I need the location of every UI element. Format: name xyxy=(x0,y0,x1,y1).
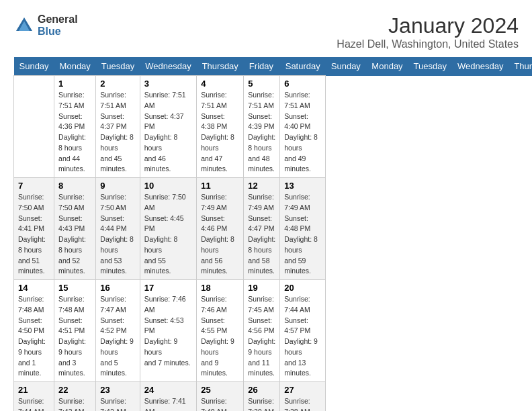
day-info: Sunrise: 7:48 AMSunset: 4:51 PMDaylight:… xyxy=(58,294,91,379)
day-info: Sunrise: 7:50 AMSunset: 4:45 PMDaylight:… xyxy=(144,192,192,277)
day-number: 6 xyxy=(284,79,321,89)
day-info: Sunrise: 7:50 AMSunset: 4:43 PMDaylight:… xyxy=(58,192,91,277)
calendar-cell: 26Sunrise: 7:39 AMSunset: 5:06 PMDayligh… xyxy=(244,382,280,412)
calendar-cell: 2Sunrise: 7:51 AMSunset: 4:37 PMDaylight… xyxy=(96,76,140,178)
day-number: 3 xyxy=(144,79,192,89)
page-header: General Blue January 2024 Hazel Dell, Wa… xyxy=(13,13,519,50)
calendar-cell xyxy=(14,76,54,178)
day-info: Sunrise: 7:49 AMSunset: 4:47 PMDaylight:… xyxy=(248,192,275,277)
week-row-4: 21Sunrise: 7:44 AMSunset: 4:59 PMDayligh… xyxy=(14,382,533,412)
day-number: 27 xyxy=(284,385,321,395)
calendar-cell: 6Sunrise: 7:51 AMSunset: 4:40 PMDaylight… xyxy=(280,76,326,178)
day-number: 24 xyxy=(144,385,192,395)
day-info: Sunrise: 7:51 AMSunset: 4:37 PMDaylight:… xyxy=(100,90,135,175)
calendar-cell: 17Sunrise: 7:46 AMSunset: 4:53 PMDayligh… xyxy=(140,280,196,382)
day-info: Sunrise: 7:51 AMSunset: 4:39 PMDaylight:… xyxy=(248,90,275,175)
calendar-cell: 4Sunrise: 7:51 AMSunset: 4:38 PMDaylight… xyxy=(197,76,244,178)
day-info: Sunrise: 7:49 AMSunset: 4:46 PMDaylight:… xyxy=(201,192,239,277)
day-info: Sunrise: 7:51 AMSunset: 4:40 PMDaylight:… xyxy=(284,90,321,175)
calendar-cell: 25Sunrise: 7:40 AMSunset: 5:04 PMDayligh… xyxy=(197,382,244,412)
day-of-week-saturday: Saturday xyxy=(280,57,326,76)
calendar-cell: 27Sunrise: 7:38 AMSunset: 5:07 PMDayligh… xyxy=(280,382,326,412)
day-number: 2 xyxy=(100,79,135,89)
calendar-cell: 12Sunrise: 7:49 AMSunset: 4:47 PMDayligh… xyxy=(244,178,280,280)
col-header-wednesday: Wednesday xyxy=(452,57,508,76)
week-row-2: 7Sunrise: 7:50 AMSunset: 4:41 PMDaylight… xyxy=(14,178,533,280)
day-info: Sunrise: 7:42 AMSunset: 5:02 PMDaylight:… xyxy=(100,396,135,411)
day-number: 8 xyxy=(58,181,91,191)
calendar-cell: 9Sunrise: 7:50 AMSunset: 4:44 PMDaylight… xyxy=(96,178,140,280)
day-number: 19 xyxy=(248,283,275,293)
day-info: Sunrise: 7:40 AMSunset: 5:04 PMDaylight:… xyxy=(201,396,239,411)
day-number: 23 xyxy=(100,385,135,395)
day-info: Sunrise: 7:49 AMSunset: 4:48 PMDaylight:… xyxy=(284,192,321,277)
day-number: 1 xyxy=(58,79,91,89)
logo-blue: Blue xyxy=(38,26,78,38)
day-info: Sunrise: 7:50 AMSunset: 4:41 PMDaylight:… xyxy=(18,192,50,277)
day-number: 12 xyxy=(248,181,275,191)
day-number: 22 xyxy=(58,385,91,395)
day-info: Sunrise: 7:51 AMSunset: 4:38 PMDaylight:… xyxy=(201,90,239,175)
col-header-thursday: Thursday xyxy=(508,57,532,76)
day-number: 11 xyxy=(201,181,239,191)
col-header-monday: Monday xyxy=(366,57,408,76)
week-row-1: 1Sunrise: 7:51 AMSunset: 4:36 PMDaylight… xyxy=(14,76,533,178)
day-info: Sunrise: 7:46 AMSunset: 4:53 PMDaylight:… xyxy=(144,294,192,368)
day-of-week-tuesday: Tuesday xyxy=(96,57,140,76)
calendar-cell: 20Sunrise: 7:44 AMSunset: 4:57 PMDayligh… xyxy=(280,280,326,382)
day-number: 25 xyxy=(201,385,239,395)
day-number: 9 xyxy=(100,181,135,191)
day-of-week-thursday: Thursday xyxy=(197,57,244,76)
month-title: January 2024 xyxy=(337,13,519,38)
logo: General Blue xyxy=(13,13,78,37)
col-header-tuesday: Tuesday xyxy=(408,57,452,76)
day-info: Sunrise: 7:41 AMSunset: 5:03 PMDaylight:… xyxy=(144,396,192,411)
calendar-cell: 18Sunrise: 7:46 AMSunset: 4:55 PMDayligh… xyxy=(197,280,244,382)
calendar-cell: 19Sunrise: 7:45 AMSunset: 4:56 PMDayligh… xyxy=(244,280,280,382)
calendar-cell: 23Sunrise: 7:42 AMSunset: 5:02 PMDayligh… xyxy=(96,382,140,412)
day-number: 17 xyxy=(144,283,192,293)
calendar-cell: 5Sunrise: 7:51 AMSunset: 4:39 PMDaylight… xyxy=(244,76,280,178)
day-of-week-monday: Monday xyxy=(54,57,96,76)
calendar-cell: 16Sunrise: 7:47 AMSunset: 4:52 PMDayligh… xyxy=(96,280,140,382)
logo-text: General Blue xyxy=(38,13,78,37)
day-info: Sunrise: 7:51 AMSunset: 4:37 PMDaylight:… xyxy=(144,90,192,175)
day-info: Sunrise: 7:50 AMSunset: 4:44 PMDaylight:… xyxy=(100,192,135,277)
day-number: 26 xyxy=(248,385,275,395)
calendar-cell: 10Sunrise: 7:50 AMSunset: 4:45 PMDayligh… xyxy=(140,178,196,280)
logo-general: General xyxy=(38,13,78,26)
title-block: January 2024 Hazel Dell, Washington, Uni… xyxy=(337,13,519,50)
day-number: 21 xyxy=(18,385,50,395)
calendar-table: SundayMondayTuesdayWednesdayThursdayFrid… xyxy=(13,57,532,411)
day-of-week-wednesday: Wednesday xyxy=(140,57,196,76)
calendar-cell: 22Sunrise: 7:43 AMSunset: 5:00 PMDayligh… xyxy=(54,382,96,412)
week-row-3: 14Sunrise: 7:48 AMSunset: 4:50 PMDayligh… xyxy=(14,280,533,382)
day-info: Sunrise: 7:43 AMSunset: 5:00 PMDaylight:… xyxy=(58,396,91,411)
day-number: 14 xyxy=(18,283,50,293)
col-header-sunday: Sunday xyxy=(326,57,367,76)
day-number: 15 xyxy=(58,283,91,293)
day-info: Sunrise: 7:39 AMSunset: 5:06 PMDaylight:… xyxy=(248,396,275,411)
day-number: 4 xyxy=(201,79,239,89)
day-number: 10 xyxy=(144,181,192,191)
calendar-cell: 1Sunrise: 7:51 AMSunset: 4:36 PMDaylight… xyxy=(54,76,96,178)
calendar-header-row: SundayMondayTuesdayWednesdayThursdayFrid… xyxy=(14,57,533,76)
day-info: Sunrise: 7:51 AMSunset: 4:36 PMDaylight:… xyxy=(58,90,91,175)
day-info: Sunrise: 7:47 AMSunset: 4:52 PMDaylight:… xyxy=(100,294,135,379)
calendar-cell: 11Sunrise: 7:49 AMSunset: 4:46 PMDayligh… xyxy=(197,178,244,280)
calendar-cell: 24Sunrise: 7:41 AMSunset: 5:03 PMDayligh… xyxy=(140,382,196,412)
calendar-cell: 21Sunrise: 7:44 AMSunset: 4:59 PMDayligh… xyxy=(14,382,54,412)
day-info: Sunrise: 7:44 AMSunset: 4:57 PMDaylight:… xyxy=(284,294,321,379)
day-info: Sunrise: 7:46 AMSunset: 4:55 PMDaylight:… xyxy=(201,294,239,379)
calendar-cell: 15Sunrise: 7:48 AMSunset: 4:51 PMDayligh… xyxy=(54,280,96,382)
calendar-cell: 13Sunrise: 7:49 AMSunset: 4:48 PMDayligh… xyxy=(280,178,326,280)
calendar-cell: 8Sunrise: 7:50 AMSunset: 4:43 PMDaylight… xyxy=(54,178,96,280)
day-of-week-sunday: Sunday xyxy=(14,57,54,76)
location: Hazel Dell, Washington, United States xyxy=(337,38,519,50)
day-of-week-friday: Friday xyxy=(244,57,280,76)
logo-icon xyxy=(13,15,35,36)
day-number: 5 xyxy=(248,79,275,89)
day-number: 13 xyxy=(284,181,321,191)
day-number: 16 xyxy=(100,283,135,293)
calendar-cell: 7Sunrise: 7:50 AMSunset: 4:41 PMDaylight… xyxy=(14,178,54,280)
